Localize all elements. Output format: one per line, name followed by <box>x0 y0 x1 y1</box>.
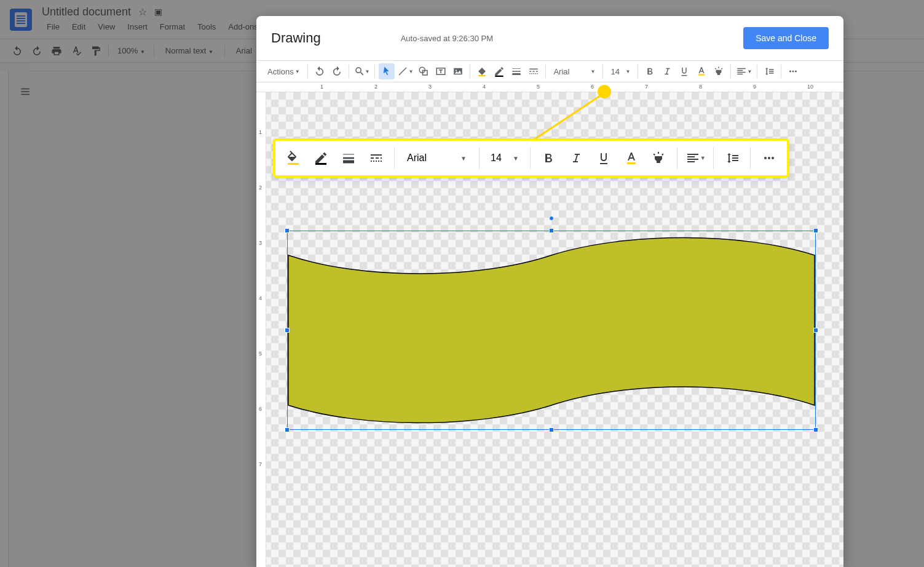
resize-handle-ne[interactable] <box>813 228 818 233</box>
more-icon[interactable] <box>757 146 781 170</box>
undo-icon[interactable] <box>312 63 328 79</box>
resize-handle-s[interactable] <box>549 427 554 432</box>
resize-handle-se[interactable] <box>813 427 818 432</box>
callout-pointer-dot <box>598 85 611 98</box>
svg-point-8 <box>789 71 791 73</box>
underline-icon[interactable] <box>676 63 692 79</box>
shape-tool-icon[interactable] <box>416 63 432 79</box>
wave-shape-svg <box>287 231 816 430</box>
italic-icon[interactable] <box>564 146 588 170</box>
resize-handle-w[interactable] <box>285 328 290 333</box>
rotate-handle[interactable] <box>549 216 554 221</box>
line-spacing-icon[interactable] <box>720 146 744 170</box>
dialog-header: Drawing Auto-saved at 9:26:30 PM Save an… <box>256 16 843 60</box>
textbox-tool-icon[interactable] <box>433 63 449 79</box>
dialog-title: Drawing <box>271 30 321 46</box>
svg-rect-7 <box>698 74 705 76</box>
drawing-toolbar: Actions▼ ▼ ▼ Arial▼ 14▼ ▼ <box>256 60 843 82</box>
svg-point-16 <box>768 157 770 159</box>
svg-point-17 <box>772 157 774 159</box>
drawing-canvas[interactable]: 1 2 3 4 5 6 7 Arial▼ 14▼ <box>256 92 843 567</box>
svg-point-9 <box>792 71 794 73</box>
resize-handle-sw[interactable] <box>285 427 290 432</box>
save-close-button[interactable]: Save and Close <box>743 27 829 49</box>
callout-toolbar: Arial▼ 14▼ ▼ <box>273 138 789 178</box>
italic-icon[interactable] <box>659 63 675 79</box>
fill-color-icon[interactable] <box>282 146 306 170</box>
line-tool-icon[interactable]: ▼ <box>396 63 414 79</box>
font-size-select[interactable]: 14▼ <box>486 153 524 164</box>
underline-icon[interactable] <box>591 146 615 170</box>
font-size-select[interactable]: 14▼ <box>607 63 634 79</box>
border-color-icon[interactable] <box>491 63 507 79</box>
selected-wave-shape[interactable] <box>287 231 816 430</box>
svg-rect-5 <box>478 75 486 76</box>
align-icon[interactable]: ▼ <box>735 63 753 79</box>
align-icon[interactable]: ▼ <box>684 146 708 170</box>
resize-handle-n[interactable] <box>549 228 554 233</box>
actions-menu[interactable]: Actions▼ <box>264 63 304 79</box>
autosave-status: Auto-saved at 9:26:30 PM <box>401 34 493 43</box>
highlight-icon[interactable] <box>711 63 727 79</box>
border-weight-icon[interactable] <box>508 63 524 79</box>
resize-handle-nw[interactable] <box>285 228 290 233</box>
line-spacing-icon[interactable] <box>761 63 777 79</box>
fill-color-icon[interactable] <box>474 63 490 79</box>
svg-rect-14 <box>627 162 636 164</box>
drawing-dialog: Drawing Auto-saved at 9:26:30 PM Save an… <box>256 16 843 567</box>
svg-rect-13 <box>315 163 326 165</box>
svg-point-15 <box>764 157 767 159</box>
drawing-vertical-ruler: 1 2 3 4 5 6 7 <box>256 92 266 567</box>
redo-icon[interactable] <box>329 63 345 79</box>
zoom-icon[interactable]: ▼ <box>353 63 371 79</box>
callout-line <box>527 92 613 141</box>
resize-handle-e[interactable] <box>813 328 818 333</box>
font-family-select[interactable]: Arial▼ <box>401 153 473 164</box>
text-color-icon[interactable] <box>693 63 709 79</box>
drawing-horizontal-ruler: 1 2 3 4 5 6 7 8 9 10 <box>256 82 843 92</box>
bold-icon[interactable] <box>537 146 561 170</box>
select-tool-icon[interactable] <box>379 63 395 79</box>
border-color-icon[interactable] <box>309 146 333 170</box>
highlight-icon[interactable] <box>647 146 671 170</box>
font-family-select[interactable]: Arial▼ <box>550 63 599 79</box>
border-weight-icon[interactable] <box>337 146 361 170</box>
bold-icon[interactable] <box>642 63 658 79</box>
border-dash-icon[interactable] <box>364 146 388 170</box>
svg-line-11 <box>533 92 606 140</box>
text-color-icon[interactable] <box>619 146 643 170</box>
svg-rect-6 <box>496 76 504 77</box>
border-dash-icon[interactable] <box>526 63 542 79</box>
more-icon[interactable] <box>785 63 801 79</box>
svg-rect-12 <box>288 163 299 165</box>
svg-point-4 <box>456 69 457 71</box>
svg-point-10 <box>795 71 797 73</box>
image-tool-icon[interactable] <box>450 63 466 79</box>
